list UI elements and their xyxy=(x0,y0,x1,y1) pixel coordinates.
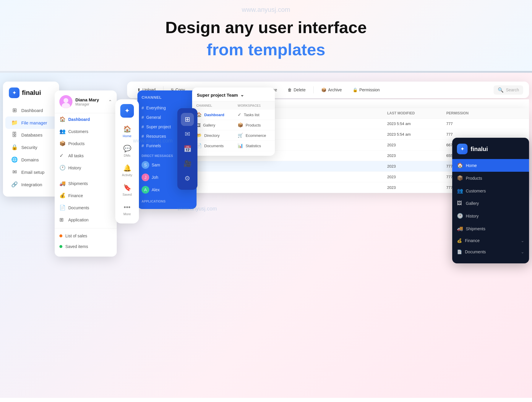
sidebar-item-integration[interactable]: 🔗 Integration xyxy=(5,178,57,191)
channel-label-general: General xyxy=(146,115,161,120)
sidebar-label-domains: Domains xyxy=(21,157,39,162)
mobile-item-saved[interactable]: 🔖 Saved xyxy=(115,181,139,199)
vi-item-grid[interactable]: ⊞ xyxy=(181,113,194,126)
dark-item-gallery[interactable]: 🖼 Gallery xyxy=(452,197,529,210)
ws-item-directory[interactable]: 📂 Directory xyxy=(192,130,233,141)
dark-item-products[interactable]: 📦 Products xyxy=(452,172,529,184)
sidebar-item-email[interactable]: ✉ Email setup xyxy=(5,166,57,178)
dark-item-history[interactable]: 🕐 History xyxy=(452,210,529,222)
col-permission: Permission xyxy=(446,111,488,115)
vi-item-mail[interactable]: ✉ xyxy=(181,128,194,141)
permission-button[interactable]: 🔒 Permission xyxy=(348,85,384,95)
ws-item-statistics[interactable]: 📊 Statistics xyxy=(233,141,275,151)
dark-documents-icon: 📄 xyxy=(457,249,462,254)
vi-item-video[interactable]: 🎥 xyxy=(181,157,194,170)
sidebar-label-email: Email setup xyxy=(21,170,44,175)
dm-avatar-sam: S xyxy=(142,161,149,169)
profile-name: Diana Mary xyxy=(75,97,105,102)
sidebar-item-security[interactable]: 🔒 Security xyxy=(5,141,57,153)
dark-item-finance-expand[interactable]: 💰 Finance ⌄ xyxy=(452,235,529,246)
mobile-label-home: Home xyxy=(123,134,131,138)
mobile-logo-icon: ✦ xyxy=(120,104,134,118)
delete-button[interactable]: 🗑 Delete xyxy=(283,85,309,95)
channel-label-everything: Everything xyxy=(146,106,166,110)
archive-label: Archive xyxy=(328,87,342,92)
ws-label-ecommerce: Ecommerce xyxy=(246,133,266,138)
dark-item-documents-expand[interactable]: 📄 Documents ⌄ xyxy=(452,246,529,257)
ws-item-products[interactable]: 📦 Products xyxy=(233,120,275,130)
filemanager-icon: 📁 xyxy=(11,119,18,126)
hash-icon-3: # xyxy=(142,124,144,129)
databases-icon: 🗄 xyxy=(11,132,18,138)
mobile-item-home[interactable]: 🏠 Home xyxy=(115,122,139,141)
mobile-dms-icon: 💬 xyxy=(123,145,131,153)
sidebar-item-databases[interactable]: 🗄 Databases xyxy=(5,129,57,141)
channel-label-resources: Resources xyxy=(146,134,166,139)
nav-documents-icon: 📄 xyxy=(59,205,65,211)
dot-item-saveditems[interactable]: Saved items xyxy=(55,241,117,252)
dark-item-home[interactable]: 🏠 Home xyxy=(452,159,529,172)
profile-chevron-icon: ⌃ xyxy=(108,99,112,105)
dark-logo-icon: ✦ xyxy=(457,144,468,154)
ws-statistics-icon: 📊 xyxy=(238,143,243,148)
nav-section-label xyxy=(55,174,117,177)
profile-header[interactable]: Diana Mary Manager ⌃ xyxy=(55,95,117,113)
mobile-label-activity: Activity xyxy=(122,173,132,177)
ws-item-gallery[interactable]: 🖼 Gallery xyxy=(192,120,233,130)
dark-sidebar-panel: ✦ finalui 🏠 Home 📦 Products 👥 Customers … xyxy=(452,138,529,263)
nav-item-alltasks[interactable]: ✓ All tasks xyxy=(55,150,117,162)
channel-header: Channel xyxy=(137,95,197,103)
dark-documents-chevron-icon: ⌄ xyxy=(521,249,524,254)
file-modified-3: 2023 xyxy=(387,143,446,147)
dark-label-shipments: Shipments xyxy=(466,226,485,231)
nav-item-history[interactable]: 🕐 History xyxy=(55,162,117,174)
mobile-item-dms[interactable]: 💬 DMs xyxy=(115,142,139,160)
dot-item-listofsales[interactable]: List of sales xyxy=(55,231,117,241)
ws-item-ecommerce[interactable]: 🛒 Ecommerce xyxy=(233,130,275,141)
nav-item-documents[interactable]: 📄 Documents xyxy=(55,202,117,214)
sidebar-label-dashboard: Dashboard xyxy=(21,108,43,113)
file-modified-6: 2023 xyxy=(387,175,446,179)
sidebar-item-dashboard[interactable]: ⊞ Dashboard xyxy=(5,104,57,116)
dark-item-customers[interactable]: 👥 Customers xyxy=(452,184,529,197)
nav-item-shipments[interactable]: 🚚 Shipments xyxy=(55,177,117,189)
mobile-item-more[interactable]: ••• More xyxy=(115,200,139,219)
workspace-label[interactable]: Super project Team ⌄ xyxy=(197,92,244,98)
ws-item-taskslist[interactable]: ✓ Tasks list xyxy=(233,110,275,120)
ws-label-taskslist: Tasks list xyxy=(244,113,259,117)
sidebar-item-filemanager[interactable]: 📁 File manager xyxy=(5,116,57,129)
file-perm-2: 777 xyxy=(446,132,488,137)
green-dot xyxy=(59,245,62,248)
dark-label-history: History xyxy=(466,214,479,218)
permission-icon: 🔒 xyxy=(353,87,358,92)
dark-label-gallery: Gallery xyxy=(466,201,479,206)
nav-item-dashboard[interactable]: 🏠 Dashboard xyxy=(55,113,117,125)
nav-alltasks-icon: ✓ xyxy=(59,153,65,159)
sidebar-item-domains[interactable]: 🌐 Domains xyxy=(5,153,57,166)
sidebar-label-integration: Integration xyxy=(21,182,42,187)
nav-item-finance[interactable]: 💰 Finance xyxy=(55,189,117,202)
dark-history-icon: 🕐 xyxy=(457,213,463,219)
vi-item-settings[interactable]: ⚙ xyxy=(181,172,194,185)
nav-item-products[interactable]: 📦 Products xyxy=(55,137,117,150)
search-bar[interactable]: 🔍 Search xyxy=(494,85,523,95)
email-icon: ✉ xyxy=(11,169,18,175)
ws-label-gallery: Gallery xyxy=(203,123,215,127)
integration-icon: 🔗 xyxy=(11,181,18,188)
nav-item-customers[interactable]: 👥 Customers xyxy=(55,125,117,137)
workspace-columns: Channel Workspace1 🏠 Dashboard ✓ Tasks l… xyxy=(192,101,275,151)
file-modified-1: 2023 5:54 am xyxy=(387,121,446,126)
archive-button[interactable]: 📦 Archive xyxy=(317,85,346,95)
mobile-label-saved: Saved xyxy=(122,193,132,196)
hero-watermark: www.anyusj.com xyxy=(242,6,290,14)
ws-item-docs[interactable]: 📄 Documents xyxy=(192,141,233,151)
nav-label-finance: Finance xyxy=(68,193,83,198)
dark-item-shipments[interactable]: 🚚 Shipments xyxy=(452,222,529,235)
ws-item-dashboard[interactable]: 🏠 Dashboard xyxy=(192,110,233,120)
vi-item-calendar[interactable]: 📅 xyxy=(181,142,194,155)
nav-label-products: Products xyxy=(68,141,85,146)
mobile-home-icon: 🏠 xyxy=(123,125,131,133)
svg-point-1 xyxy=(64,98,68,103)
nav-item-application[interactable]: ⊞ Application xyxy=(55,214,117,226)
mobile-item-activity[interactable]: 🔔 Activity xyxy=(115,161,139,180)
